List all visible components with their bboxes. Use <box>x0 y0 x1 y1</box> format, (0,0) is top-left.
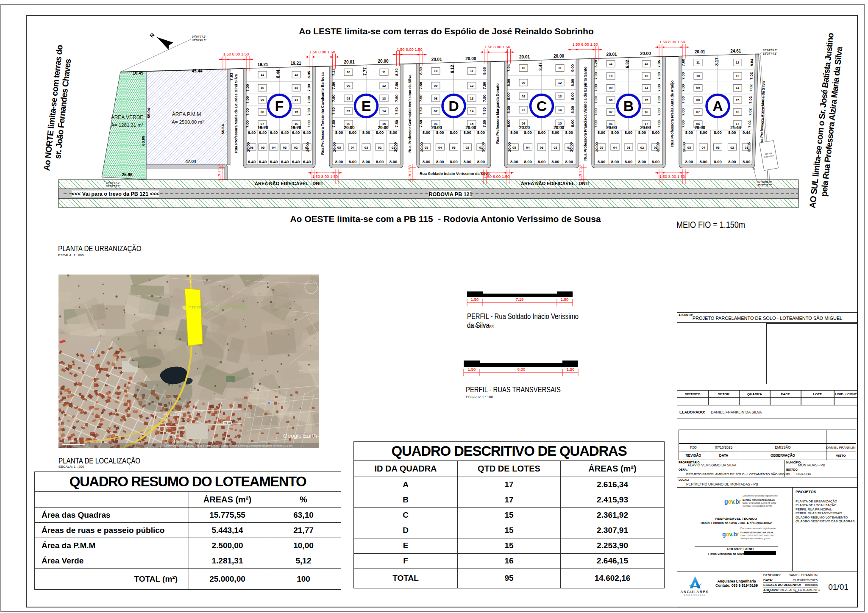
svg-text:6.40: 6.40 <box>248 130 256 135</box>
svg-text:11: 11 <box>470 69 474 73</box>
svg-text:1.50 8.00 1.50: 1.50 8.00 1.50 <box>312 174 338 179</box>
svg-text:04: 04 <box>351 146 355 150</box>
svg-text:7.50: 7.50 <box>482 94 487 102</box>
svg-text:8.00: 8.00 <box>389 130 398 135</box>
svg-text:8.00: 8.00 <box>728 159 736 164</box>
svg-text:7.50: 7.50 <box>482 82 487 89</box>
svg-text:8.00: 8.00 <box>743 159 751 164</box>
svg-text:8.00: 8.00 <box>538 130 546 135</box>
svg-text:7.50: 7.50 <box>419 120 423 128</box>
svg-text:7.00: 7.00 <box>657 72 661 80</box>
svg-text:20.01: 20.01 <box>606 52 617 57</box>
svg-text:8.00: 8.00 <box>565 130 573 135</box>
svg-text:09: 09 <box>434 84 437 88</box>
svg-text:Montadas: Montadas <box>164 413 179 417</box>
svg-text:8.84: 8.84 <box>750 59 754 67</box>
svg-text:8.00: 8.00 <box>335 130 343 135</box>
svg-text:02: 02 <box>640 146 644 150</box>
svg-text:20.00: 20.00 <box>344 125 354 130</box>
svg-text:12: 12 <box>295 73 298 77</box>
svg-text:15: 15 <box>558 122 562 125</box>
svg-text:12: 12 <box>645 62 648 66</box>
svg-text:8.00: 8.00 <box>570 79 575 86</box>
svg-text:63.09: 63.09 <box>141 136 145 146</box>
svg-text:8.00: 8.00 <box>506 79 511 86</box>
svg-text:8.00: 8.00 <box>450 130 458 135</box>
svg-text:8.00: 8.00 <box>362 159 370 164</box>
svg-text:14: 14 <box>645 86 648 90</box>
svg-text:05: 05 <box>425 146 428 150</box>
svg-text:RODOVIA PB 121: RODOVIA PB 121 <box>428 191 472 197</box>
svg-text:13: 13 <box>470 97 473 100</box>
svg-text:1.50: 1.50 <box>471 297 479 302</box>
svg-text:7.00: 7.00 <box>594 72 598 80</box>
svg-text:8.00: 8.00 <box>565 159 573 164</box>
svg-text:6.40: 6.40 <box>281 130 289 135</box>
svg-text:7.68: 7.68 <box>681 59 685 67</box>
svg-text:6.40: 6.40 <box>303 130 311 135</box>
svg-text:8.00: 8.00 <box>652 159 660 164</box>
svg-text:20.00: 20.00 <box>332 142 337 152</box>
svg-text:02: 02 <box>378 146 381 150</box>
svg-text:13: 13 <box>295 86 298 90</box>
svg-text:02: 02 <box>554 146 557 150</box>
svg-text:9.00: 9.00 <box>570 64 575 72</box>
svg-text:7.00: 7.00 <box>657 96 661 104</box>
svg-text:20.00: 20.00 <box>682 142 686 152</box>
svg-text:A: A <box>712 98 723 114</box>
svg-text:07: 07 <box>522 108 525 112</box>
svg-text:03: 03 <box>364 146 368 150</box>
svg-text:6.40: 6.40 <box>270 130 278 135</box>
svg-text:7.50: 7.50 <box>331 94 336 102</box>
svg-text:03: 03 <box>452 146 455 150</box>
svg-text:7.00: 7.00 <box>245 120 250 128</box>
svg-text:7.19 1.50: 7.19 1.50 <box>217 165 221 181</box>
svg-text:21.44: 21.44 <box>730 125 741 130</box>
svg-text:7.00: 7.00 <box>657 108 661 116</box>
svg-text:8.00: 8.00 <box>714 159 722 164</box>
svg-text:8.00: 8.00 <box>685 159 693 164</box>
svg-text:09: 09 <box>347 84 350 88</box>
svg-text:8.00: 8.00 <box>551 159 559 164</box>
svg-text:20.00: 20.00 <box>378 59 388 64</box>
svg-text:10: 10 <box>434 69 437 73</box>
svg-text:8.00: 8.00 <box>376 159 384 164</box>
svg-text:8.00: 8.00 <box>436 130 444 135</box>
svg-text:09: 09 <box>261 98 264 102</box>
svg-text:8.00: 8.00 <box>538 159 546 164</box>
svg-text:1.50 8.00 1.50: 1.50 8.00 1.50 <box>223 52 249 56</box>
svg-text:8.00: 8.00 <box>510 159 518 164</box>
svg-text:07: 07 <box>347 109 350 113</box>
svg-text:14: 14 <box>470 109 474 113</box>
svg-text:13: 13 <box>736 74 739 78</box>
svg-text:7.00: 7.00 <box>245 96 250 104</box>
svg-text:6.82: 6.82 <box>625 60 630 68</box>
svg-text:Google Earth: Google Earth <box>283 433 317 439</box>
svg-text:8.44: 8.44 <box>276 69 281 78</box>
svg-text:N: N <box>148 31 156 39</box>
svg-text:1.50 8.00 1.50: 1.50 8.00 1.50 <box>484 174 510 179</box>
svg-text:35°57'27.7": 35°57'27.7" <box>757 184 772 187</box>
svg-text:20.00: 20.00 <box>246 142 250 152</box>
svg-text:8.00: 8.00 <box>423 159 431 164</box>
svg-text:20.00: 20.00 <box>695 125 705 130</box>
svg-text:8.00: 8.00 <box>477 130 485 135</box>
svg-text:7.00: 7.00 <box>594 108 598 116</box>
svg-text:12: 12 <box>558 81 562 85</box>
svg-text:7.00: 7.00 <box>681 84 685 92</box>
svg-text:20.00: 20.00 <box>640 51 651 56</box>
svg-text:1.50: 1.50 <box>468 367 476 372</box>
svg-text:Rua Professora Maria de Lourde: Rua Professora Maria de Lourdes Ginú Sil… <box>234 74 238 153</box>
svg-text:8.00: 8.00 <box>436 159 444 164</box>
svg-text:20.00: 20.00 <box>519 125 530 130</box>
svg-text:07: 07 <box>609 110 612 114</box>
svg-text:47.04: 47.04 <box>185 159 196 164</box>
svg-text:19.21: 19.21 <box>290 61 301 66</box>
svg-text:8.95: 8.95 <box>307 71 311 78</box>
svg-text:ÁREA P.M.M: ÁREA P.M.M <box>172 111 201 117</box>
svg-text:7.50: 7.50 <box>331 107 336 115</box>
svg-text:20.01: 20.01 <box>431 57 442 62</box>
svg-text:03: 03 <box>716 146 719 150</box>
svg-text:8.00: 8.00 <box>598 159 606 164</box>
svg-text:8.00: 8.00 <box>699 159 707 164</box>
